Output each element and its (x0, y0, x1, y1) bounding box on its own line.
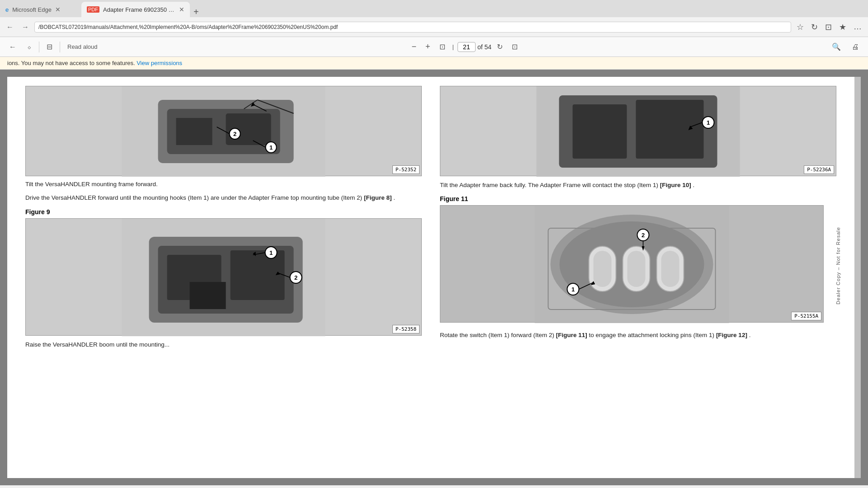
address-bar: ← → ☆ ↻ ⊡ ★ … (0, 17, 868, 37)
fit-page-button[interactable]: ⊡ (436, 41, 449, 53)
figure-8-label: P-52352 (392, 165, 420, 174)
svg-rect-44 (627, 251, 646, 287)
svg-text:1: 1 (269, 249, 273, 256)
svg-rect-3 (176, 118, 212, 145)
tab-close-edge[interactable]: ✕ (55, 6, 61, 13)
new-tab-button[interactable]: + (190, 7, 203, 17)
para-tilt-versahandler: Tilt the VersaHANDLER mounting frame for… (25, 180, 422, 189)
favorites-star-button[interactable]: ☆ (794, 20, 807, 34)
figure-11-label: P-52155A (791, 312, 821, 320)
tab-pdf[interactable]: PDF Adapter Frame 6902350 enUS or... ✕ (81, 2, 190, 17)
figure-8-container: 1 2 P-52352 (25, 86, 422, 176)
pdf-page: 1 2 P-52352 (7, 77, 861, 478)
figure-11-svg: 1 2 (440, 206, 823, 323)
svg-rect-32 (636, 100, 704, 159)
page-decrease-button[interactable]: − (408, 41, 420, 52)
read-aloud-button[interactable]: Read aloud (64, 42, 101, 52)
page-total: of 54 (477, 43, 491, 51)
figure-10-image: 1 P-52236A (440, 86, 836, 176)
rotate-button[interactable]: ↻ (493, 41, 506, 53)
pdf-two-columns: 1 2 P-52352 (7, 77, 854, 478)
tab-close-pdf[interactable]: ✕ (179, 6, 184, 13)
tab-favicon-edge: e (5, 6, 9, 13)
page-number-input[interactable] (458, 42, 476, 52)
collections-button[interactable]: ★ (836, 20, 849, 34)
svg-rect-19 (231, 250, 285, 300)
figure-10-label: P-52236A (804, 165, 834, 174)
browser-toolbar-icons: ☆ ↻ ⊡ ★ … (794, 20, 864, 34)
figure-11-container: 1 2 (440, 205, 824, 323)
split-view-button[interactable]: ⊡ (822, 20, 835, 34)
figure-11-image: 1 2 (440, 205, 824, 323)
svg-text:1: 1 (707, 119, 710, 126)
figure-9-label: P-52358 (392, 325, 420, 333)
svg-text:2: 2 (294, 274, 297, 281)
para-rotate-switch: Rotate the switch (Item 1) forward (Item… (440, 331, 836, 340)
figure-11-wrapper: 1 2 (440, 205, 836, 326)
view-permissions-link[interactable]: View permissions (137, 60, 182, 66)
figure-9-container: 1 2 P-52358 (25, 218, 422, 336)
watermark-container: Dealer Copy – Not for Resale (824, 205, 836, 326)
pdf-back-button[interactable]: ← (5, 41, 20, 53)
refresh-button[interactable]: ↻ (808, 20, 821, 34)
page-increase-button[interactable]: + (422, 41, 434, 52)
svg-text:1: 1 (571, 286, 575, 293)
para-raise-versahandler: Raise the VersaHANDLER boom until the mo… (25, 340, 422, 349)
browser-window: e Microsoft Edge ✕ PDF Adapter Frame 690… (0, 0, 868, 485)
figure-10-svg: 1 (440, 86, 836, 177)
svg-rect-43 (594, 251, 612, 287)
address-input[interactable] (34, 22, 791, 33)
dealer-copy-watermark: Dealer Copy – Not for Resale (835, 227, 841, 305)
permission-message: ions. You may not have access to some fe… (7, 60, 135, 66)
figure-8-svg: 1 2 (26, 86, 421, 177)
vertical-scrollbar[interactable] (854, 77, 861, 478)
para-tilt-adapter: Tilt the Adapter frame back fully. The A… (440, 181, 836, 190)
tab-edge[interactable]: e Microsoft Edge ✕ (0, 2, 81, 17)
tab-bar: e Microsoft Edge ✕ PDF Adapter Frame 690… (0, 0, 868, 17)
para-drive-versahandler: Drive the VersaHANDLER forward until the… (25, 193, 422, 202)
tab-favicon-pdf: PDF (87, 6, 99, 13)
forward-button[interactable]: → (19, 21, 32, 33)
pdf-toolbar-separator2 (60, 42, 60, 52)
page-navigation: − + ⊡ | of 54 ↻ ⊡ (408, 41, 521, 53)
back-button[interactable]: ← (4, 21, 16, 33)
pdf-toolbar-separator1 (39, 42, 39, 52)
permission-bar: ions. You may not have access to some fe… (0, 57, 868, 70)
pdf-bookmark-button[interactable]: ⬦ (24, 41, 35, 53)
svg-text:1: 1 (269, 144, 273, 151)
pdf-toolbar: ← ⬦ ⊟ Read aloud − + ⊡ | of 54 ↻ ⊡ 🔍 🖨 (0, 37, 868, 57)
print-button[interactable]: 🖨 (848, 41, 863, 53)
tab-label-edge: Microsoft Edge (12, 6, 52, 13)
figure-10-container: 1 P-52236A (440, 86, 836, 176)
svg-rect-20 (190, 282, 226, 309)
pdf-right-column: 1 P-52236A Tilt the Adapter frame back f… (440, 86, 836, 469)
tab-label-pdf: Adapter Frame 6902350 enUS or... (103, 6, 175, 13)
pdf-left-column: 1 2 P-52352 (25, 86, 422, 469)
svg-rect-31 (573, 104, 627, 159)
figure-11-caption: Figure 11 (440, 195, 836, 202)
svg-rect-45 (661, 251, 679, 287)
svg-text:2: 2 (233, 131, 236, 137)
search-button[interactable]: 🔍 (828, 41, 844, 53)
pdf-layout-button[interactable]: ⊟ (43, 41, 56, 53)
more-button[interactable]: … (851, 20, 864, 34)
figure-8-image: 1 2 P-52352 (25, 86, 422, 176)
print-icon-button[interactable]: ⊡ (508, 41, 521, 53)
svg-text:2: 2 (642, 232, 645, 239)
pdf-content-area: 1 2 P-52352 (0, 70, 868, 485)
figure-9-svg: 1 2 (26, 219, 421, 336)
figure-9-caption: Figure 9 (25, 208, 422, 216)
figure-9-image: 1 2 P-52358 (25, 218, 422, 336)
